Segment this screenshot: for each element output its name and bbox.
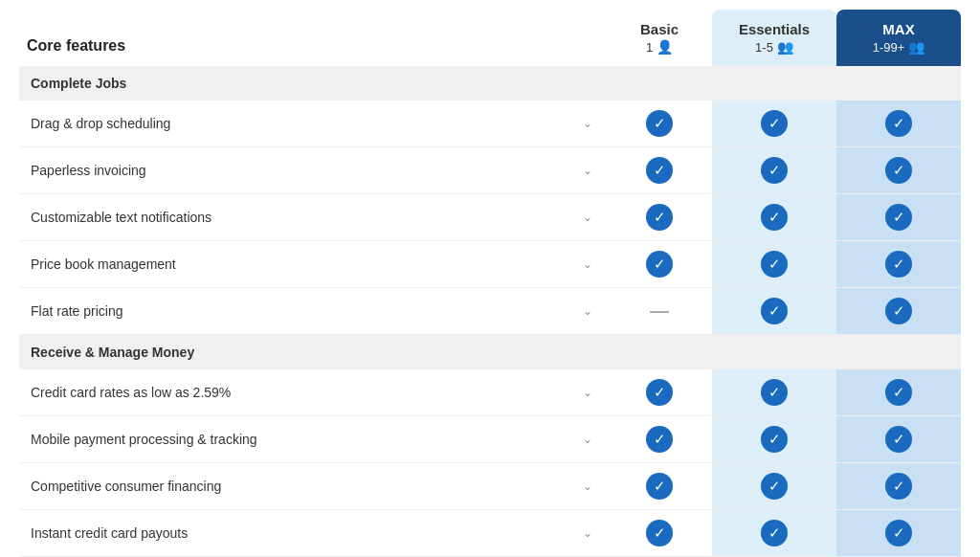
check-icon: ✓ <box>761 298 788 324</box>
check-icon: ✓ <box>646 110 673 137</box>
cell-check: ✓ <box>712 194 836 241</box>
feature-name-0-1: Paperless invoicing <box>19 147 568 194</box>
cell-check: ✓ <box>712 463 836 510</box>
section-max-1 <box>836 335 961 370</box>
basic-column-header: Basic 1 👤 <box>607 10 712 66</box>
check-icon: ✓ <box>761 204 788 231</box>
essentials-label: Essentials <box>739 21 810 37</box>
chevron-1-2[interactable]: ⌄ <box>568 463 607 510</box>
cell-check: ✓ <box>836 100 961 147</box>
section-basic-1 <box>607 335 712 370</box>
cell-check: ✓ <box>607 241 712 288</box>
essentials-count: 1-5 <box>755 40 773 55</box>
feature-name-0-0: Drag & drop scheduling <box>19 100 568 147</box>
check-icon: ✓ <box>885 251 912 278</box>
check-icon: ✓ <box>885 298 912 324</box>
cell-check: ✓ <box>836 147 961 194</box>
feature-row-1-1: Mobile payment processing & tracking ⌄ ✓… <box>19 416 961 463</box>
dash-icon <box>650 311 669 313</box>
chevron-0-0[interactable]: ⌄ <box>568 100 607 147</box>
chevron-1-0[interactable]: ⌄ <box>568 369 607 416</box>
max-person-icon: 👥 <box>908 39 924 55</box>
section-essentials-1 <box>712 335 836 370</box>
feature-column-header: Core features <box>19 10 568 66</box>
feature-name-0-3: Price book management <box>19 241 568 288</box>
cell-check: ✓ <box>712 288 836 335</box>
basic-person-icon: 👤 <box>657 39 673 55</box>
cell-check: ✓ <box>712 369 836 416</box>
check-icon: ✓ <box>646 473 673 500</box>
pricing-table-wrapper: Core features Basic 1 👤 Essentials <box>0 0 980 557</box>
max-column-header: MAX 1-99+ 👥 <box>836 10 961 66</box>
feature-name-1-3: Instant credit card payouts <box>19 510 568 557</box>
chevron-0-2[interactable]: ⌄ <box>568 194 607 241</box>
check-icon: ✓ <box>646 379 673 406</box>
check-icon: ✓ <box>646 157 673 184</box>
essentials-sub: 1-5 👥 <box>755 39 793 55</box>
check-icon: ✓ <box>761 473 788 500</box>
section-essentials-0 <box>712 66 836 100</box>
feature-col-label: Core features <box>27 37 125 54</box>
cell-check: ✓ <box>607 194 712 241</box>
cell-check: ✓ <box>836 194 961 241</box>
cell-check: ✓ <box>836 241 961 288</box>
check-icon: ✓ <box>885 157 912 184</box>
check-icon: ✓ <box>646 426 673 453</box>
feature-name-1-1: Mobile payment processing & tracking <box>19 416 568 463</box>
chevron-1-1[interactable]: ⌄ <box>568 416 607 463</box>
basic-sub: 1 👤 <box>646 39 673 55</box>
section-header-0: Complete Jobs <box>19 66 961 100</box>
feature-row-1-3: Instant credit card payouts ⌄ ✓ ✓ ✓ <box>19 510 961 557</box>
section-label-0: Complete Jobs <box>19 66 607 100</box>
section-basic-0 <box>607 66 712 100</box>
feature-name-1-0: Credit card rates as low as 2.59% <box>19 369 568 416</box>
cell-check: ✓ <box>607 369 712 416</box>
check-icon: ✓ <box>646 251 673 278</box>
cell-dash <box>607 288 712 335</box>
max-count: 1-99+ <box>873 40 905 55</box>
feature-row-1-0: Credit card rates as low as 2.59% ⌄ ✓ ✓ … <box>19 369 961 416</box>
chevron-header <box>568 10 607 66</box>
check-icon: ✓ <box>885 426 912 453</box>
section-header-1: Receive & Manage Money <box>19 335 961 370</box>
pricing-table: Core features Basic 1 👤 Essentials <box>19 10 961 557</box>
cell-check: ✓ <box>607 463 712 510</box>
feature-row-0-0: Drag & drop scheduling ⌄ ✓ ✓ ✓ <box>19 100 961 147</box>
cell-check: ✓ <box>836 288 961 335</box>
check-icon: ✓ <box>885 204 912 231</box>
cell-check: ✓ <box>836 369 961 416</box>
cell-check: ✓ <box>607 100 712 147</box>
cell-check: ✓ <box>712 510 836 557</box>
chevron-1-3[interactable]: ⌄ <box>568 510 607 557</box>
cell-check: ✓ <box>836 463 961 510</box>
chevron-0-3[interactable]: ⌄ <box>568 241 607 288</box>
chevron-0-4[interactable]: ⌄ <box>568 288 607 335</box>
check-icon: ✓ <box>761 251 788 278</box>
basic-label: Basic <box>640 21 679 37</box>
check-icon: ✓ <box>646 520 673 546</box>
check-icon: ✓ <box>761 157 788 184</box>
feature-row-0-1: Paperless invoicing ⌄ ✓ ✓ ✓ <box>19 147 961 194</box>
check-icon: ✓ <box>761 520 788 546</box>
feature-row-0-2: Customizable text notifications ⌄ ✓ ✓ ✓ <box>19 194 961 241</box>
essentials-person-icon: 👥 <box>777 39 793 55</box>
check-icon: ✓ <box>885 379 912 406</box>
cell-check: ✓ <box>607 510 712 557</box>
cell-check: ✓ <box>712 416 836 463</box>
feature-name-0-4: Flat rate pricing <box>19 288 568 335</box>
check-icon: ✓ <box>885 110 912 137</box>
check-icon: ✓ <box>761 110 788 137</box>
cell-check: ✓ <box>712 241 836 288</box>
feature-row-0-4: Flat rate pricing ⌄ ✓ ✓ <box>19 288 961 335</box>
section-max-0 <box>836 66 961 100</box>
cell-check: ✓ <box>712 100 836 147</box>
max-sub: 1-99+ 👥 <box>873 39 925 55</box>
basic-count: 1 <box>646 40 653 55</box>
feature-name-0-2: Customizable text notifications <box>19 194 568 241</box>
check-icon: ✓ <box>761 426 788 453</box>
check-icon: ✓ <box>646 204 673 231</box>
chevron-0-1[interactable]: ⌄ <box>568 147 607 194</box>
feature-row-1-2: Competitive consumer financing ⌄ ✓ ✓ ✓ <box>19 463 961 510</box>
check-icon: ✓ <box>885 473 912 500</box>
essentials-column-header: Essentials 1-5 👥 <box>712 10 836 66</box>
